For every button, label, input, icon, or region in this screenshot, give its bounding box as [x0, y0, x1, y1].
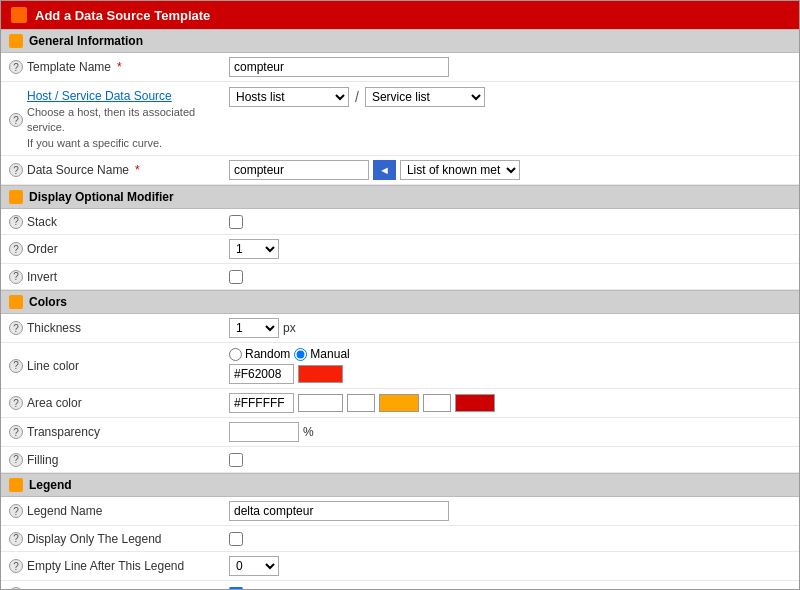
order-label-cell: ? Order: [9, 242, 229, 256]
service-list-select[interactable]: Service list: [365, 87, 485, 107]
host-service-help-icon[interactable]: ?: [9, 113, 23, 127]
line-color-label-cell: ? Line color: [9, 359, 229, 373]
display-only-label: Display Only The Legend: [27, 532, 162, 546]
manual-radio-label[interactable]: Manual: [294, 347, 349, 361]
known-metrics-select[interactable]: List of known metrics: [400, 160, 520, 180]
transparency-label-cell: ? Transparency: [9, 425, 229, 439]
transparency-row: ? Transparency %: [1, 418, 799, 447]
transparency-value-cell: %: [229, 422, 791, 442]
main-window: Add a Data Source Template General Infor…: [0, 0, 800, 590]
invert-row: ? Invert: [1, 264, 799, 290]
invert-checkbox[interactable]: [229, 270, 243, 284]
empty-line-row: ? Empty Line After This Legend 0 1: [1, 552, 799, 581]
data-source-name-help-icon[interactable]: ?: [9, 163, 23, 177]
random-radio-label[interactable]: Random: [229, 347, 290, 361]
host-service-row: ? Host / Service Data Source Choose a ho…: [1, 82, 799, 156]
section-display-icon: [9, 190, 23, 204]
empty-line-value-cell: 0 1: [229, 556, 791, 576]
filling-checkbox[interactable]: [229, 453, 243, 467]
print-max-label: Print Max value: [27, 587, 110, 589]
legend-name-value-cell: [229, 501, 791, 521]
print-max-help-icon[interactable]: ?: [9, 587, 23, 589]
section-legend-icon: [9, 478, 23, 492]
data-source-name-value-cell: ◄ List of known metrics: [229, 160, 791, 180]
section-general-header: General Information: [1, 29, 799, 53]
line-color-help-icon[interactable]: ?: [9, 359, 23, 373]
data-source-name-input[interactable]: [229, 160, 369, 180]
template-name-row: ? Template Name *: [1, 53, 799, 82]
template-name-help-icon[interactable]: ?: [9, 60, 23, 74]
section-colors-icon: [9, 295, 23, 309]
thickness-row: ? Thickness 1 2 3 px: [1, 314, 799, 343]
filling-label: Filling: [27, 453, 58, 467]
order-label: Order: [27, 242, 58, 256]
empty-line-label-cell: ? Empty Line After This Legend: [9, 559, 229, 573]
stack-checkbox[interactable]: [229, 215, 243, 229]
data-source-name-row: ? Data Source Name * ◄ List of known met…: [1, 156, 799, 185]
template-name-input[interactable]: [229, 57, 449, 77]
arrow-button[interactable]: ◄: [373, 160, 396, 180]
random-radio[interactable]: [229, 348, 242, 361]
line-color-row: ? Line color Random Manual: [1, 343, 799, 389]
template-name-label-cell: ? Template Name *: [9, 60, 229, 74]
thickness-value-cell: 1 2 3 px: [229, 318, 791, 338]
host-service-label[interactable]: Host / Service Data Source: [27, 89, 172, 103]
template-name-value-cell: [229, 57, 791, 77]
order-row: ? Order 1 2 3: [1, 235, 799, 264]
stack-help-icon[interactable]: ?: [9, 215, 23, 229]
display-only-row: ? Display Only The Legend: [1, 526, 799, 552]
area-color-swatch-red[interactable]: [455, 394, 495, 412]
display-only-help-icon[interactable]: ?: [9, 532, 23, 546]
order-value-cell: 1 2 3: [229, 239, 791, 259]
order-help-icon[interactable]: ?: [9, 242, 23, 256]
transparency-label: Transparency: [27, 425, 100, 439]
print-max-value-cell: [229, 587, 791, 589]
area-color-swatch-2[interactable]: [347, 394, 375, 412]
area-color-swatch-white[interactable]: [298, 394, 343, 412]
template-name-label: Template Name: [27, 60, 111, 74]
invert-help-icon[interactable]: ?: [9, 270, 23, 284]
section-general-icon: [9, 34, 23, 48]
manual-radio[interactable]: [294, 348, 307, 361]
line-color-hex-input[interactable]: [229, 364, 294, 384]
legend-name-row: ? Legend Name: [1, 497, 799, 526]
area-color-label: Area color: [27, 396, 82, 410]
data-source-name-label: Data Source Name: [27, 163, 129, 177]
display-only-value-cell: [229, 532, 791, 546]
hosts-list-select[interactable]: Hosts list: [229, 87, 349, 107]
area-color-swatch-4[interactable]: [423, 394, 451, 412]
host-service-label-wrapper: Host / Service Data Source Choose a host…: [27, 89, 221, 151]
area-color-hex-input[interactable]: [229, 393, 294, 413]
data-source-name-required: *: [135, 163, 140, 177]
thickness-select[interactable]: 1 2 3: [229, 318, 279, 338]
invert-label-cell: ? Invert: [9, 270, 229, 284]
empty-line-help-icon[interactable]: ?: [9, 559, 23, 573]
filling-value-cell: [229, 453, 791, 467]
area-color-row: ? Area color: [1, 389, 799, 418]
transparency-input[interactable]: [229, 422, 299, 442]
transparency-unit: %: [303, 425, 314, 439]
area-color-help-icon[interactable]: ?: [9, 396, 23, 410]
order-select[interactable]: 1 2 3: [229, 239, 279, 259]
transparency-help-icon[interactable]: ?: [9, 425, 23, 439]
display-only-label-cell: ? Display Only The Legend: [9, 532, 229, 546]
empty-line-select[interactable]: 0 1: [229, 556, 279, 576]
print-max-checkbox[interactable]: [229, 587, 243, 589]
line-color-swatch[interactable]: [298, 365, 343, 383]
section-colors-label: Colors: [29, 295, 67, 309]
thickness-label-cell: ? Thickness: [9, 321, 229, 335]
line-color-controls: Random Manual: [229, 347, 350, 384]
legend-name-help-icon[interactable]: ?: [9, 504, 23, 518]
title-bar: Add a Data Source Template: [1, 1, 799, 29]
filling-label-cell: ? Filling: [9, 453, 229, 467]
thickness-help-icon[interactable]: ?: [9, 321, 23, 335]
legend-name-input[interactable]: [229, 501, 449, 521]
area-color-swatch-orange[interactable]: [379, 394, 419, 412]
line-color-value-cell: Random Manual: [229, 347, 791, 384]
display-only-checkbox[interactable]: [229, 532, 243, 546]
filling-row: ? Filling: [1, 447, 799, 473]
filling-help-icon[interactable]: ?: [9, 453, 23, 467]
section-legend-label: Legend: [29, 478, 72, 492]
line-color-radio-group: Random Manual: [229, 347, 350, 361]
data-source-name-label-cell: ? Data Source Name *: [9, 163, 229, 177]
